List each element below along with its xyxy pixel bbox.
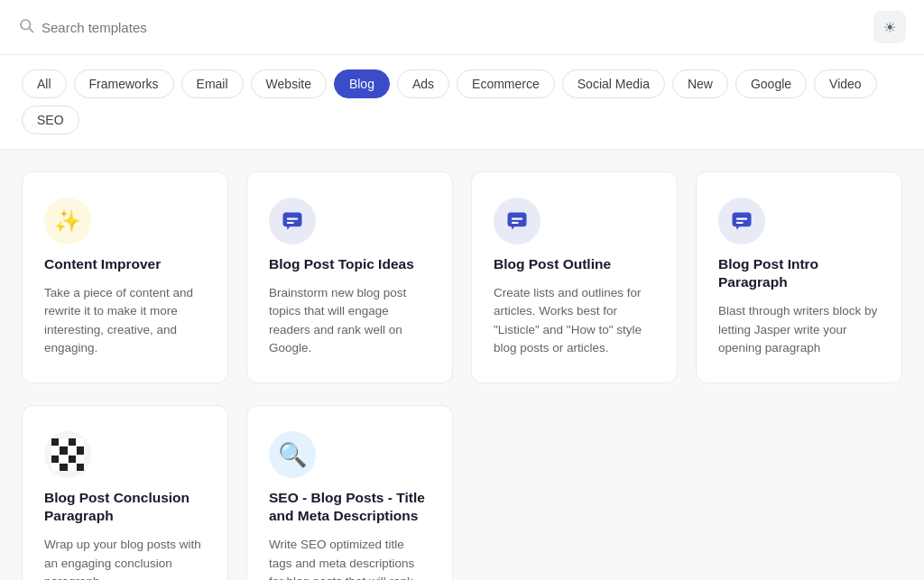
filter-tab-new[interactable]: New xyxy=(672,69,728,98)
card-blog-post-intro[interactable]: Blog Post Intro ParagraphBlast through w… xyxy=(696,171,902,383)
search-bar: ☀ xyxy=(0,0,924,55)
card-blog-conclusion[interactable]: Blog Post Conclusion ParagraphWrap up yo… xyxy=(22,405,228,580)
search-bar-inner xyxy=(18,17,864,37)
filter-tab-frameworks[interactable]: Frameworks xyxy=(74,69,174,98)
card-icon-seo-blog: 🔍 xyxy=(269,431,316,478)
card-title-blog-post-outline: Blog Post Outline xyxy=(494,255,655,273)
filter-tab-video[interactable]: Video xyxy=(814,69,877,98)
card-title-seo-blog: SEO - Blog Posts - Title and Meta Descri… xyxy=(269,489,430,525)
sun-icon: ☀ xyxy=(883,19,896,36)
filter-tab-all[interactable]: All xyxy=(22,69,67,98)
svg-rect-7 xyxy=(512,222,519,224)
filter-tab-google[interactable]: Google xyxy=(735,69,807,98)
filter-tab-social-media[interactable]: Social Media xyxy=(562,69,665,98)
card-title-blog-post-intro: Blog Post Intro Paragraph xyxy=(718,255,880,291)
card-title-blog-post-topic-ideas: Blog Post Topic Ideas xyxy=(269,255,430,273)
card-title-content-improver: Content Improver xyxy=(44,255,206,273)
svg-rect-3 xyxy=(287,218,298,220)
theme-toggle-button[interactable]: ☀ xyxy=(873,11,906,43)
cards-row-1: ✨Content ImproverTake a piece of content… xyxy=(0,150,924,405)
svg-rect-6 xyxy=(512,218,522,220)
card-blog-post-outline[interactable]: Blog Post OutlineCreate lists and outlin… xyxy=(471,171,678,383)
filter-tab-blog[interactable]: Blog xyxy=(334,69,390,98)
card-desc-content-improver: Take a piece of content and rewrite it t… xyxy=(44,284,206,357)
card-desc-seo-blog: Write SEO optimized title tags and meta … xyxy=(269,536,430,580)
svg-rect-4 xyxy=(287,222,294,224)
cards-row-2: Blog Post Conclusion ParagraphWrap up yo… xyxy=(0,405,924,580)
filter-tab-ecommerce[interactable]: Ecommerce xyxy=(457,69,555,98)
card-desc-blog-conclusion: Wrap up your blog posts with an engaging… xyxy=(44,536,206,580)
filter-bar: AllFrameworksEmailWebsiteBlogAdsEcommerc… xyxy=(0,55,924,150)
card-desc-blog-post-outline: Create lists and outlines for articles. … xyxy=(494,284,655,357)
filter-tab-seo[interactable]: SEO xyxy=(22,106,79,134)
svg-rect-9 xyxy=(736,218,747,220)
svg-rect-10 xyxy=(736,222,744,224)
filter-tab-ads[interactable]: Ads xyxy=(397,69,449,98)
filter-tab-website[interactable]: Website xyxy=(251,69,327,98)
filter-tab-email[interactable]: Email xyxy=(181,69,244,98)
card-content-improver[interactable]: ✨Content ImproverTake a piece of content… xyxy=(22,171,228,383)
card-desc-blog-post-intro: Blast through writers block by letting J… xyxy=(718,302,880,357)
card-icon-blog-conclusion xyxy=(44,431,91,478)
search-input[interactable] xyxy=(42,20,864,35)
card-seo-blog[interactable]: 🔍SEO - Blog Posts - Title and Meta Descr… xyxy=(246,405,453,580)
card-desc-blog-post-topic-ideas: Brainstorm new blog post topics that wil… xyxy=(269,284,430,357)
svg-line-1 xyxy=(29,28,32,32)
card-blog-post-topic-ideas[interactable]: Blog Post Topic IdeasBrainstorm new blog… xyxy=(246,171,453,383)
card-title-blog-conclusion: Blog Post Conclusion Paragraph xyxy=(44,489,206,525)
card-icon-blog-post-topic-ideas xyxy=(269,198,316,244)
search-icon xyxy=(18,17,34,37)
card-icon-content-improver: ✨ xyxy=(44,198,91,244)
card-icon-blog-post-intro xyxy=(718,198,765,244)
card-icon-blog-post-outline xyxy=(494,198,541,244)
